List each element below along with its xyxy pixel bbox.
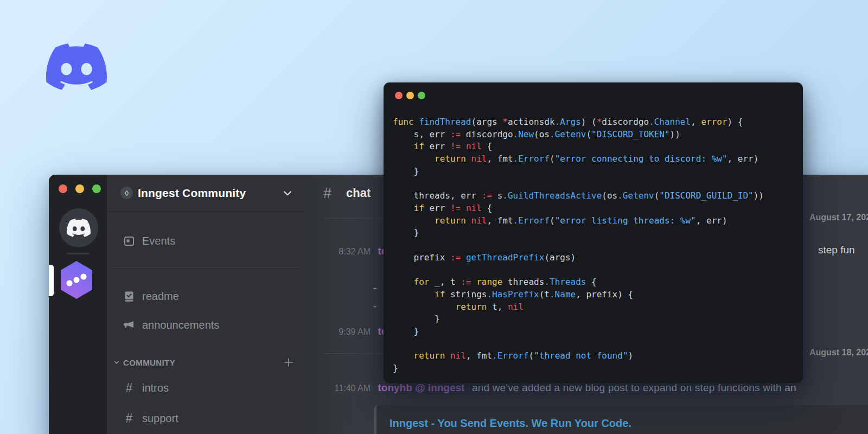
channel-sidebar: ◊ Inngest Community Events: [107, 175, 304, 434]
minimize-button[interactable]: [406, 92, 414, 99]
close-button[interactable]: [59, 184, 67, 193]
book-check-icon: [123, 290, 136, 303]
server-name: Inngest Community: [138, 187, 246, 200]
sidebar-item-readme[interactable]: readme: [107, 284, 304, 308]
server-header[interactable]: ◊ Inngest Community: [107, 175, 304, 212]
sidebar-item-support[interactable]: # support: [107, 406, 304, 430]
chevron-down-icon: [113, 359, 120, 366]
hero-canvas: ◊ Inngest Community Events: [0, 0, 868, 434]
code-snippet: func findThread(args *actionsdk.Args) (*…: [393, 116, 800, 375]
channel-label: intros: [142, 382, 169, 394]
code-editor-window: func findThread(args *actionsdk.Args) (*…: [384, 82, 803, 383]
list-bullet: -: [373, 282, 376, 294]
channel-name: chat: [346, 186, 371, 200]
category-community[interactable]: COMMUNITY: [107, 355, 304, 370]
discord-home-button[interactable]: [59, 208, 98, 247]
calendar-icon: [123, 234, 136, 247]
rail-divider: [67, 253, 90, 254]
hash-icon: #: [123, 412, 136, 425]
message-timestamp: 11:40 AM: [304, 384, 371, 393]
zoom-button[interactable]: [92, 184, 101, 193]
message-timestamp: 8:32 AM: [304, 247, 371, 257]
active-server-pill: [49, 265, 54, 296]
list-bullet: -: [373, 301, 376, 312]
sidebar-item-intros[interactable]: # intros: [107, 376, 304, 400]
create-channel-plus-icon[interactable]: [283, 357, 294, 368]
channel-label: Events: [142, 235, 175, 247]
community-server-badge-icon: ◊: [120, 187, 133, 199]
server-rail: [49, 175, 107, 434]
hash-icon: #: [123, 381, 136, 394]
message-username[interactable]: tonyhb @ inngest: [378, 382, 464, 393]
hash-icon: #: [323, 185, 331, 202]
message-text: and we've added a new blog post to expan…: [472, 382, 796, 393]
link-embed: Inngest - You Send Events. We Run Your C…: [374, 405, 868, 434]
sidebar-item-announcements[interactable]: announcements: [107, 313, 304, 337]
message-text-fragment: step fun: [818, 244, 855, 256]
message-timestamp: 9:39 AM: [304, 327, 371, 337]
date-divider-label: August 18, 2022: [805, 348, 868, 358]
channel-label: announcements: [142, 319, 219, 331]
sidebar-item-events[interactable]: Events: [107, 229, 304, 253]
channel-label: support: [142, 412, 178, 425]
chat-message: 11:40 AM tonyhb @ inngest and we've adde…: [304, 382, 868, 394]
category-label: COMMUNITY: [123, 358, 175, 367]
close-button[interactable]: [395, 92, 403, 99]
discord-mark-icon: [67, 219, 91, 237]
embed-title-link[interactable]: Inngest - You Send Events. We Run Your C…: [390, 417, 631, 430]
zoom-button[interactable]: [418, 92, 425, 99]
megaphone-icon: [123, 318, 136, 331]
sidebar-divider: [113, 267, 301, 267]
inngest-logo-icon: [59, 260, 94, 299]
date-divider-label: August 17, 2022: [805, 213, 868, 222]
minimize-button[interactable]: [75, 184, 84, 193]
channel-label: readme: [142, 290, 179, 303]
discord-logo-icon: [46, 43, 107, 90]
chevron-down-icon: [282, 188, 293, 199]
inngest-server-button[interactable]: [59, 260, 94, 299]
